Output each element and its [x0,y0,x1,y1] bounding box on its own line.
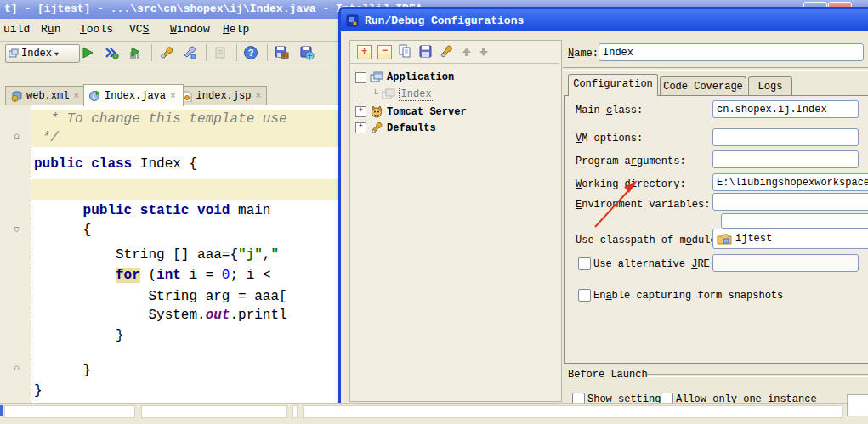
program-arguments-field[interactable] [712,150,859,168]
synchronize-icon[interactable] [299,45,315,60]
menu-window[interactable]: Window [170,23,210,36]
main-class-label: Main class: [576,105,643,116]
debug-icon[interactable] [104,45,119,60]
code-line: String arg = aaa[ [34,288,287,305]
status-cell [292,405,298,418]
tab-logs[interactable]: Logs [748,76,792,96]
edit-defaults-icon[interactable] [439,44,453,59]
tab-label: Index.java [105,90,166,102]
svg-text:?: ? [248,48,254,58]
java-class-icon: C [89,90,100,101]
toolbar-separator [267,44,268,61]
tree-item-label: Index [399,88,434,101]
vm-options-label: VM options: [576,133,643,144]
move-up-icon [461,46,473,58]
tab-web-xml[interactable]: x web.xml × [5,86,92,106]
menu-help[interactable]: Help [223,23,249,36]
highlighted-line [31,128,339,147]
xml-file-icon: x [11,91,22,102]
copy-configuration-icon[interactable] [398,44,412,59]
status-cell [4,405,135,418]
tab-close-icon[interactable]: × [73,91,79,101]
code-line: */ [34,129,59,146]
use-alternative-jre-label: Use alternative JRE: [593,258,716,270]
tab-close-icon[interactable]: × [255,91,261,101]
module-combo[interactable]: ijtest [712,229,868,249]
project-structure-icon[interactable] [182,45,197,60]
editor-gutter [0,105,31,403]
tree-item-defaults[interactable]: + Defaults [355,122,436,134]
main-class-field[interactable]: cn.shopex.ij.Index [712,100,859,118]
status-cell [141,405,287,418]
tab-close-icon[interactable]: × [170,91,176,101]
tree-item-application[interactable]: - Application [355,71,454,83]
save-all-icon[interactable] [274,45,289,60]
code-line: { [34,222,91,239]
tab-index-jsp[interactable]: index.jsp × [175,86,267,106]
program-arguments-label: Program arguments: [576,155,686,167]
status-accent [0,405,3,416]
app-frame-icon [9,48,19,59]
expand-icon[interactable]: + [355,106,366,117]
highlighted-line [31,179,339,200]
status-corner-panel [847,394,868,416]
menu-build[interactable]: uild [3,23,30,36]
menu-run[interactable]: Run [41,23,60,36]
fold-marker-icon[interactable]: ⌂ [14,224,20,235]
dialog-title: Run/Debug Configurations [365,14,524,27]
move-down-icon [478,46,490,58]
collapse-icon[interactable]: - [355,72,366,83]
application-icon [370,71,383,83]
run-configuration-combo[interactable]: Index ▼ [5,44,80,63]
vm-options-field[interactable] [712,128,859,146]
settings-wrench-icon[interactable] [158,45,173,60]
code-line: * To change this template use [34,110,287,127]
code-line: for (int i = 0; i < [34,267,279,284]
fold-marker-icon[interactable]: ⌂ [14,130,20,141]
working-directory-field[interactable]: E:\liubingshopexworkspace\ijte [712,173,868,191]
screen: t] - [ijtest] - ...\src\cn\shopex\ij\Ind… [0,0,868,424]
tab-configuration[interactable]: Configuration [568,74,658,96]
tab-label: web.xml [26,90,69,102]
status-bar [0,403,868,424]
run-configuration-value: Index [21,48,52,59]
code-line: } [34,362,91,379]
run-coverage-icon[interactable] [128,45,143,60]
code-line: } [34,382,43,399]
dialog-title-bar[interactable]: Run/Debug Configurations [341,9,868,31]
expand-icon[interactable]: + [355,122,366,133]
code-line: public static void main [34,202,270,219]
name-field[interactable]: Index [599,43,864,61]
enable-snapshots-checkbox[interactable] [578,289,591,302]
tree-item-tomcat-server[interactable]: + Tomcat Server [355,105,467,118]
name-separator [563,67,868,71]
module-folder-icon [717,233,732,245]
save-configuration-icon[interactable] [418,44,433,59]
tab-index-java[interactable]: C Index.java × [83,84,184,106]
help-icon[interactable]: ? [243,45,258,60]
defaults-wrench-icon [370,122,383,134]
remove-configuration-icon[interactable]: − [377,45,392,59]
name-label: Name: [568,48,599,59]
enable-snapshots-label: Enable capturing form snapshots [593,290,783,302]
annotation-arrow [585,172,661,240]
tab-label: index.jsp [196,90,252,102]
run-icon[interactable] [80,45,95,60]
before-launch-group-line [647,374,868,377]
dialog-app-icon [346,14,359,27]
combo-arrow-icon: ▼ [54,50,59,58]
menu-tools[interactable]: Tools [80,23,113,36]
environment-variables-field[interactable] [712,193,868,211]
tree-item-index[interactable]: └ Index [372,88,434,101]
configurations-tree-panel: + − - Application └ Index + Tomca [349,40,562,402]
before-launch-group-label: Before Launch [568,369,648,381]
export-disabled-icon [213,45,228,60]
tab-code-coverage[interactable]: Code Coverage [660,76,746,96]
use-alternative-jre-checkbox[interactable] [578,257,591,270]
menu-vcs[interactable]: VCS [129,23,149,36]
fold-marker-icon[interactable]: ⌂ [14,362,20,373]
code-line: System.out.printl [34,307,287,324]
environment-variables-extra-field[interactable] [721,213,868,229]
add-configuration-icon[interactable]: + [357,45,372,59]
tree-branch: └ [372,89,378,99]
